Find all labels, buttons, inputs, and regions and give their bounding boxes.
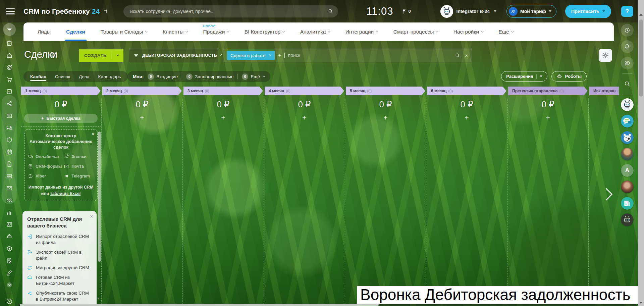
column-header[interactable]: 6 месяц(0) [427,87,506,95]
view-tab-календарь[interactable]: Календарь [98,72,121,82]
add-deal-button[interactable]: + [265,114,344,121]
contact-center-item[interactable]: Онлайн-чат [28,154,62,159]
create-button[interactable]: СОЗДАТЬ [79,49,123,62]
sidebar-item-crm-network[interactable] [3,98,15,110]
close-icon[interactable]: × [92,132,94,137]
funnel-selector-button[interactable]: ДЕБИТОРСКАЯ ЗАДОЛЖЕННОСТЬ [129,49,218,62]
news-avatar[interactable] [621,197,634,210]
extensions-button[interactable]: Расширения [501,71,547,82]
tag-close-icon[interactable]: × [269,53,271,58]
create-dropdown[interactable] [112,49,123,62]
quick-deal-button[interactable]: +Быстрая сделка [24,114,98,123]
nav-item-9[interactable]: Смарт-процессы [393,22,438,41]
nav-item-10[interactable]: Настройки [453,22,483,41]
sidebar-item-calendar[interactable] [3,146,15,158]
view-tab-канбан[interactable]: Канбан [30,72,46,82]
counter-2[interactable]: 0Запланированные [186,73,233,80]
user-avatar[interactable] [440,5,453,18]
nav-item-11[interactable]: Еще [498,22,513,41]
menu-hamburger-icon[interactable] [6,8,15,14]
sidebar-item-mail[interactable] [3,182,15,194]
nav-item-1[interactable]: Лиды [38,22,51,41]
contact-center-item[interactable]: Звонки [64,154,94,159]
sidebar-item-shop[interactable] [3,73,15,86]
my-tariff-button[interactable]: Мой тариф [506,5,556,18]
dog-avatar[interactable] [621,131,634,144]
swap-icon[interactable] [103,8,109,14]
scroll-up-icon[interactable] [639,13,643,16]
right-item-search[interactable] [621,78,633,90]
nav-item-5[interactable]: НОВОЕПродажи [203,22,229,41]
flag-counter[interactable]: 0 [402,9,411,14]
scroll-down-icon[interactable] [639,302,643,304]
column-header[interactable]: 5 месяц(0) [346,87,425,95]
sidebar-item-collapse[interactable] [3,279,15,291]
portal-title[interactable]: CRM по Гребенюку24 [23,7,100,15]
close-icon[interactable]: × [90,214,93,219]
clock[interactable]: 11:03 [366,5,393,17]
contact-center-item[interactable]: CRM-формы [28,164,62,169]
sidebar-item-crm-funnel[interactable] [3,23,16,36]
right-item-messenger[interactable] [621,57,634,69]
view-tab-дела[interactable]: Дела [79,72,90,82]
sidebar-item-kanban-card[interactable] [3,110,15,122]
column-scroll-down-icon[interactable]: ▾ [97,296,99,301]
nav-item-3[interactable]: Товары и Склады [101,22,147,41]
column-header[interactable]: 1 месяц(0) [21,87,101,95]
sidebar-item-planner[interactable] [3,37,15,49]
chat-avatar[interactable] [621,115,634,128]
sidebar-item-documents[interactable] [3,158,15,170]
counter-3[interactable]: 0Ещё [242,73,265,80]
add-deal-button[interactable]: + [427,114,506,121]
industry-crm-item[interactable]: Экспорт своей CRM в файл [27,249,92,261]
nav-item-7[interactable]: Аналитика [300,22,330,41]
contact-center-item[interactable]: Почта [64,164,94,169]
add-deal-button[interactable]: + [508,114,588,121]
contact-center-item[interactable]: Telegram [64,173,94,179]
help-button[interactable]: ? [621,6,633,17]
column-header[interactable]: 4 месяц(0) [265,87,344,95]
sidebar-item-employees[interactable] [3,194,15,206]
column-header[interactable]: Иск отправ(0) [589,87,619,95]
horizontal-scrollbar-thumb[interactable] [20,304,379,306]
sidebar-item-chat[interactable] [3,122,15,134]
nav-item-8[interactable]: Интеграции [345,22,378,41]
sidebar-item-docs-sign[interactable] [3,255,15,267]
sidebar-item-sites[interactable] [3,134,15,146]
sidebar-item-robot[interactable] [3,231,15,243]
sidebar-item-market[interactable] [3,243,15,255]
robot-avatar[interactable] [621,98,634,111]
right-item-updates[interactable] [621,24,634,37]
man-avatar[interactable] [621,148,634,160]
counter-1[interactable]: 0Входящие [148,73,178,80]
column-header[interactable]: 3 месяц(0) [183,87,263,95]
clear-search-icon[interactable]: × [465,53,468,58]
right-item-notifications[interactable] [621,40,634,53]
search-icon[interactable] [328,8,333,14]
nav-item-6[interactable]: BI Конструктор [245,22,285,41]
woman-avatar[interactable] [621,181,634,193]
add-deal-button[interactable]: + [102,114,182,121]
search-icon[interactable] [455,53,460,58]
sidebar-item-contacts[interactable] [3,218,15,231]
sidebar-item-stats[interactable] [3,206,15,218]
robots-button[interactable]: Роботы [551,71,587,82]
industry-crm-item[interactable]: Миграция из другой CRM [27,265,92,271]
sidebar-item-company[interactable] [3,49,15,61]
sidebar-item-goals[interactable] [3,61,15,73]
sidebar-item-drive[interactable] [3,170,15,182]
industry-crm-item[interactable]: Готовая CRM из Битрикс24.Маркет [27,274,92,287]
invite-button[interactable]: Пригласить [565,5,611,18]
filter-tag[interactable]: Сделки в работе × [227,51,275,60]
add-deal-button[interactable]: + [183,114,263,121]
robot-dark-avatar[interactable] [621,213,634,226]
industry-crm-item[interactable]: Импорт отраслевой CRM из файла [27,234,92,246]
user-profile[interactable]: Integrator B-24 [440,5,497,18]
letter-a-avatar[interactable]: A [621,164,634,177]
filter-search-field[interactable]: Сделки в работе × + поиск × [223,49,472,62]
column-scrollbar[interactable] [98,132,101,262]
window-scrollbar-thumb[interactable] [639,19,643,97]
nav-item-2[interactable]: Сделки [66,22,85,41]
sidebar-item-tasks[interactable] [3,86,15,98]
column-header[interactable]: Претензия отправлена(0) [508,87,588,95]
